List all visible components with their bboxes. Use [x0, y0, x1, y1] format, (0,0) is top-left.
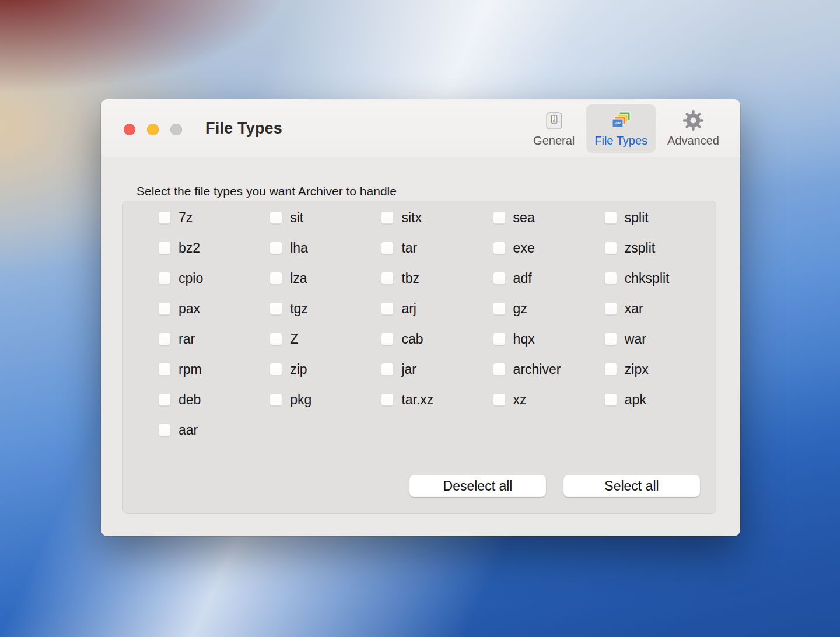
file-type-sitx[interactable]: sitx [381, 202, 492, 233]
zoom-button[interactable] [170, 124, 182, 135]
file-type-label: chksplit [625, 271, 670, 286]
tab-file-types[interactable]: ZIP File Types [586, 104, 656, 153]
checkbox[interactable] [381, 242, 394, 254]
checkbox[interactable] [381, 393, 394, 406]
file-type-gz[interactable]: gz [493, 293, 604, 324]
file-type-label: apk [625, 392, 646, 408]
file-type-arj[interactable]: arj [381, 293, 492, 324]
checkbox[interactable] [270, 363, 282, 376]
file-type-label: split [625, 210, 649, 226]
file-type-pkg[interactable]: pkg [270, 384, 381, 415]
checkbox[interactable] [381, 211, 394, 224]
file-type-archiver[interactable]: archiver [493, 354, 604, 384]
file-type-tgz[interactable]: tgz [270, 293, 381, 324]
checkbox[interactable] [158, 424, 171, 436]
checkbox[interactable] [158, 363, 171, 376]
close-button[interactable] [124, 124, 135, 135]
checkbox[interactable] [270, 393, 282, 406]
checkbox[interactable] [381, 302, 394, 315]
file-type-column: 7zbz2cpiopaxrarrpmdebaar [158, 202, 270, 445]
file-type-tar[interactable]: tar [381, 233, 492, 263]
file-type-pax[interactable]: pax [158, 293, 270, 324]
checkbox[interactable] [381, 332, 394, 345]
minimize-button[interactable] [147, 124, 159, 135]
checkbox[interactable] [604, 332, 617, 345]
deselect-all-button[interactable]: Deselect all [410, 475, 546, 497]
file-type-7z[interactable]: 7z [158, 202, 270, 233]
file-type-apk[interactable]: apk [604, 384, 716, 415]
file-type-sea[interactable]: sea [493, 202, 604, 233]
file-type-Z[interactable]: Z [270, 324, 381, 354]
file-type-cpio[interactable]: cpio [158, 263, 270, 293]
file-type-hqx[interactable]: hqx [493, 324, 604, 354]
checkbox[interactable] [604, 302, 617, 315]
checkbox[interactable] [270, 211, 282, 224]
file-type-cab[interactable]: cab [381, 324, 492, 354]
checkbox[interactable] [158, 272, 171, 285]
checkbox[interactable] [493, 302, 506, 315]
tab-advanced[interactable]: Advanced [659, 104, 727, 153]
file-type-column: sitxtartbzarjcabjartar.xz [381, 202, 492, 445]
checkbox[interactable] [270, 332, 282, 345]
checkbox[interactable] [493, 393, 506, 406]
instruction-text: Select the file types you want Archiver … [136, 184, 397, 198]
tab-general[interactable]: General [525, 104, 583, 153]
checkbox[interactable] [493, 332, 506, 345]
checkbox[interactable] [604, 242, 617, 254]
file-type-label: aar [178, 422, 198, 438]
tab-advanced-label: Advanced [667, 134, 719, 148]
checkbox[interactable] [270, 272, 282, 285]
checkbox[interactable] [493, 272, 506, 285]
panel-buttons: Deselect all Select all [410, 475, 700, 497]
checkbox[interactable] [270, 242, 282, 254]
file-type-zip[interactable]: zip [270, 354, 381, 384]
file-type-jar[interactable]: jar [381, 354, 492, 384]
file-type-tar.xz[interactable]: tar.xz [381, 384, 492, 415]
file-type-label: rar [178, 331, 195, 347]
file-type-rpm[interactable]: rpm [158, 354, 270, 384]
file-type-xar[interactable]: xar [604, 293, 716, 324]
preferences-window: File Types General [101, 99, 740, 536]
checkbox[interactable] [270, 302, 282, 315]
checkbox[interactable] [158, 393, 171, 406]
checkbox[interactable] [604, 272, 617, 285]
file-type-sit[interactable]: sit [270, 202, 381, 233]
checkbox[interactable] [381, 363, 394, 376]
checkbox[interactable] [158, 242, 171, 254]
file-type-label: arj [401, 301, 416, 317]
file-types-icon: ZIP [611, 109, 632, 132]
checkbox[interactable] [493, 242, 506, 254]
checkbox[interactable] [158, 332, 171, 345]
file-type-xz[interactable]: xz [493, 384, 604, 415]
file-type-label: archiver [513, 362, 561, 377]
file-type-column: seaexeadfgzhqxarchiverxz [493, 202, 604, 445]
checkbox[interactable] [604, 393, 617, 406]
checkbox[interactable] [604, 211, 617, 224]
checkbox[interactable] [604, 363, 617, 376]
file-type-zsplit[interactable]: zsplit [604, 233, 716, 263]
file-type-label: cab [401, 331, 423, 347]
checkbox[interactable] [158, 211, 171, 224]
file-type-bz2[interactable]: bz2 [158, 233, 270, 263]
file-type-lza[interactable]: lza [270, 263, 381, 293]
file-type-lha[interactable]: lha [270, 233, 381, 263]
file-type-zipx[interactable]: zipx [604, 354, 716, 384]
checkbox[interactable] [493, 363, 506, 376]
checkbox[interactable] [158, 302, 171, 315]
file-type-exe[interactable]: exe [493, 233, 604, 263]
file-type-split[interactable]: split [604, 202, 716, 233]
file-type-deb[interactable]: deb [158, 384, 270, 415]
checkbox[interactable] [381, 272, 394, 285]
toolbar-tabs: General ZIP File Types [525, 99, 727, 158]
file-type-label: lza [290, 271, 307, 286]
file-type-rar[interactable]: rar [158, 324, 270, 354]
checkbox[interactable] [493, 211, 506, 224]
file-type-chksplit[interactable]: chksplit [604, 263, 716, 293]
file-type-label: tar [401, 240, 417, 256]
file-type-tbz[interactable]: tbz [381, 263, 492, 293]
file-type-aar[interactable]: aar [158, 415, 270, 445]
file-type-column: sitlhalzatgzZzippkg [270, 202, 381, 445]
select-all-button[interactable]: Select all [564, 475, 700, 497]
file-type-war[interactable]: war [604, 324, 716, 354]
file-type-adf[interactable]: adf [493, 263, 604, 293]
